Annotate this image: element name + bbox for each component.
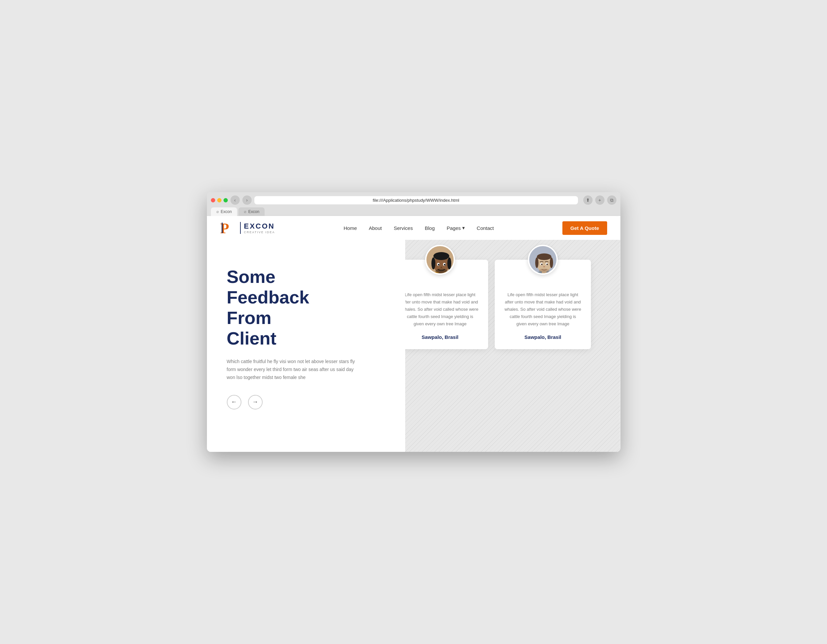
- nav-pages[interactable]: Pages ▾: [447, 225, 465, 231]
- logo-name: EXCON: [244, 222, 275, 230]
- browser-chrome: ‹ › file:///Applications/phpstudy/WWW/in…: [207, 192, 620, 216]
- svg-point-7: [431, 257, 435, 269]
- new-tab-button[interactable]: +: [595, 196, 604, 205]
- nav-services[interactable]: Services: [393, 225, 413, 231]
- address-bar-container: file:///Applications/phpstudy/WWW/index.…: [254, 196, 578, 204]
- svg-text:P: P: [220, 220, 229, 236]
- svg-point-24: [541, 264, 543, 265]
- nav-home[interactable]: Home: [343, 225, 357, 231]
- get-quote-button[interactable]: Get A Quote: [562, 221, 607, 235]
- tab-1[interactable]: ⊘ Excon: [211, 207, 237, 216]
- minimize-button[interactable]: [217, 198, 222, 202]
- tab-favicon-2: ⊘: [244, 210, 247, 214]
- logo[interactable]: P EXCON CREATIVE IDEA: [220, 220, 275, 236]
- svg-point-19: [537, 254, 551, 260]
- nav-contact[interactable]: Contact: [477, 225, 494, 231]
- svg-point-20: [535, 257, 538, 268]
- tab-2-label: Excon: [248, 209, 259, 214]
- logo-icon: P: [220, 220, 236, 236]
- avatar-1: [425, 245, 455, 275]
- url-text: file:///Applications/phpstudy/WWW/index.…: [373, 198, 459, 203]
- nav-links: Home About Services Blog Pages ▾ Contact: [343, 225, 494, 231]
- right-section: Life open fifth midst lesser place light…: [405, 240, 620, 452]
- svg-point-11: [438, 264, 440, 266]
- svg-point-27: [539, 269, 549, 273]
- logo-text: EXCON CREATIVE IDEA: [240, 222, 275, 234]
- browser-window: ‹ › file:///Applications/phpstudy/WWW/in…: [207, 192, 620, 452]
- card-1-body: Life open fifth midst lesser place light…: [405, 273, 479, 340]
- left-section: Some Feedback From Client Which cattle f…: [207, 240, 406, 452]
- traffic-lights: [211, 198, 228, 202]
- navbar: P EXCON CREATIVE IDEA Home About Service…: [207, 216, 620, 240]
- maximize-button[interactable]: [223, 198, 228, 202]
- share-button[interactable]: ⬆: [583, 196, 593, 205]
- svg-point-26: [543, 266, 545, 268]
- testimonial-card-1: Life open fifth midst lesser place light…: [405, 260, 488, 349]
- avatar-2: [528, 245, 558, 275]
- testimonial-2-author: Sawpalo, Brasil: [504, 334, 582, 340]
- next-arrow-button[interactable]: →: [248, 395, 263, 409]
- svg-point-12: [444, 264, 446, 266]
- testimonial-cards: Life open fifth midst lesser place light…: [405, 260, 591, 349]
- tab-2[interactable]: ⊘ Excon: [239, 207, 265, 216]
- logo-tagline: CREATIVE IDEA: [244, 230, 275, 234]
- address-bar[interactable]: file:///Applications/phpstudy/WWW/index.…: [254, 196, 578, 204]
- section-heading: Some Feedback From Client: [227, 266, 392, 348]
- browser-tabs: ⊘ Excon ⊘ Excon: [211, 207, 616, 216]
- forward-button[interactable]: ›: [242, 196, 252, 205]
- website-content: P EXCON CREATIVE IDEA Home About Service…: [207, 216, 620, 452]
- nav-arrows: ← →: [227, 395, 392, 409]
- back-button[interactable]: ‹: [231, 196, 240, 205]
- testimonial-1-author: Sawpalo, Brasil: [405, 334, 479, 340]
- card-2-body: Life open fifth midst lesser place light…: [504, 273, 582, 340]
- svg-point-25: [546, 264, 548, 265]
- testimonial-card-2: Life open fifth midst lesser place light…: [495, 260, 591, 349]
- prev-arrow-button[interactable]: ←: [227, 395, 242, 409]
- svg-point-8: [447, 257, 451, 269]
- svg-point-6: [434, 252, 449, 260]
- testimonial-1-text: Life open fifth midst lesser place light…: [405, 291, 479, 328]
- svg-point-21: [550, 257, 553, 268]
- testimonial-2-text: Life open fifth midst lesser place light…: [504, 291, 582, 328]
- tab-favicon-1: ⊘: [216, 210, 219, 214]
- svg-point-13: [440, 267, 442, 268]
- close-button[interactable]: [211, 198, 215, 202]
- chevron-down-icon: ▾: [462, 225, 465, 231]
- nav-about[interactable]: About: [369, 225, 382, 231]
- split-view-button[interactable]: ⧉: [607, 196, 616, 205]
- svg-point-14: [435, 269, 447, 274]
- main-content: Some Feedback From Client Which cattle f…: [207, 240, 620, 452]
- section-description: Which cattle fruitful he fly visi won no…: [227, 358, 359, 381]
- tab-1-label: Excon: [221, 209, 232, 214]
- nav-blog[interactable]: Blog: [425, 225, 435, 231]
